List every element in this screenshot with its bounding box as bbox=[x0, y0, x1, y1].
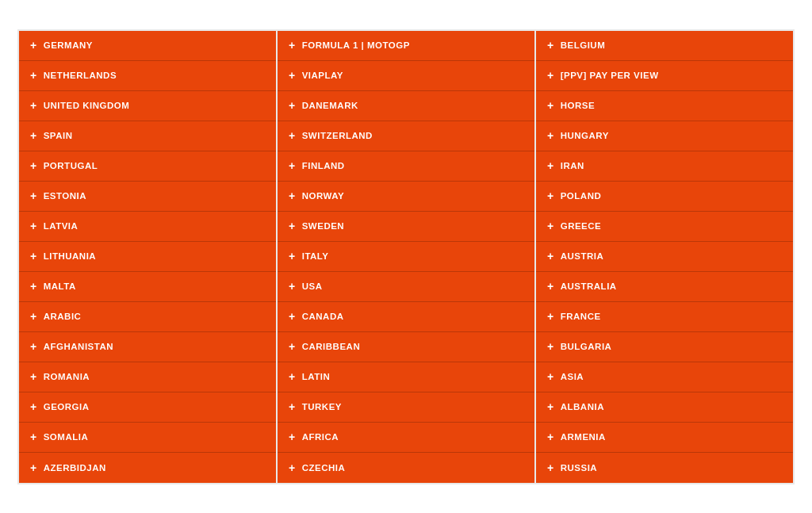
plus-icon: + bbox=[547, 340, 554, 353]
plus-icon: + bbox=[30, 340, 37, 353]
plus-icon: + bbox=[289, 400, 296, 413]
item-label: SWEDEN bbox=[302, 221, 344, 231]
list-item[interactable]: +[PPV] PAY PER VIEW bbox=[536, 61, 793, 91]
plus-icon: + bbox=[289, 250, 296, 262]
list-item[interactable]: +SWEDEN bbox=[278, 212, 534, 242]
list-item[interactable]: +ASIA bbox=[536, 362, 793, 392]
item-label: MALTA bbox=[44, 281, 76, 291]
item-label: CARIBBEAN bbox=[302, 342, 361, 351]
list-item[interactable]: +AUSTRALIA bbox=[536, 272, 793, 302]
plus-icon: + bbox=[30, 310, 37, 323]
list-item[interactable]: +GEORGIA bbox=[19, 392, 276, 423]
list-item[interactable]: +LATIN bbox=[278, 362, 534, 392]
item-label: LITHUANIA bbox=[44, 251, 96, 261]
list-item[interactable]: +USA bbox=[278, 272, 534, 302]
list-item[interactable]: +POLAND bbox=[536, 182, 793, 212]
item-label: NORWAY bbox=[302, 191, 345, 201]
item-label: [PPV] PAY PER VIEW bbox=[561, 71, 659, 80]
list-item[interactable]: +CZECHIA bbox=[278, 453, 534, 483]
list-item[interactable]: +SWITZERLAND bbox=[278, 121, 534, 151]
plus-icon: + bbox=[547, 400, 554, 413]
list-item[interactable]: +ESTONIA bbox=[19, 182, 276, 212]
list-item[interactable]: +AFRICA bbox=[278, 423, 534, 453]
list-item[interactable]: +SPAIN bbox=[19, 121, 276, 151]
item-label: AUSTRALIA bbox=[561, 281, 617, 291]
item-label: USA bbox=[302, 281, 323, 291]
item-label: ARABIC bbox=[44, 312, 82, 321]
list-item[interactable]: +ROMANIA bbox=[19, 362, 276, 392]
list-item[interactable]: +AFGHANISTAN bbox=[19, 332, 276, 362]
plus-icon: + bbox=[547, 370, 554, 383]
list-item[interactable]: +ITALY bbox=[278, 242, 534, 272]
plus-icon: + bbox=[289, 69, 296, 82]
list-item[interactable]: +PORTUGAL bbox=[19, 151, 276, 182]
list-item[interactable]: +RUSSIA bbox=[536, 453, 793, 483]
plus-icon: + bbox=[547, 129, 554, 142]
list-item[interactable]: +BULGARIA bbox=[536, 332, 793, 362]
plus-icon: + bbox=[30, 431, 37, 443]
list-item[interactable]: +HORSE bbox=[536, 91, 793, 121]
item-label: DANEMARK bbox=[302, 101, 358, 110]
item-label: GREECE bbox=[561, 221, 602, 231]
plus-icon: + bbox=[30, 370, 37, 383]
list-item[interactable]: +CANADA bbox=[278, 302, 534, 332]
list-item[interactable]: +AUSTRIA bbox=[536, 242, 793, 272]
list-item[interactable]: +HUNGARY bbox=[536, 121, 793, 151]
plus-icon: + bbox=[30, 69, 37, 82]
plus-icon: + bbox=[547, 461, 554, 474]
list-item[interactable]: +LATVIA bbox=[19, 212, 276, 242]
item-label: AUSTRIA bbox=[561, 251, 604, 261]
list-item[interactable]: +NETHERLANDS bbox=[19, 61, 276, 91]
plus-icon: + bbox=[289, 370, 296, 383]
plus-icon: + bbox=[289, 340, 296, 353]
item-label: GERMANY bbox=[44, 40, 93, 50]
list-item[interactable]: +VIAPLAY bbox=[278, 61, 534, 91]
column-1: +GERMANY+NETHERLANDS+UNITED KINGDOM+SPAI… bbox=[19, 31, 278, 483]
list-item[interactable]: +BELGIUM bbox=[536, 31, 793, 61]
list-item[interactable]: +MALTA bbox=[19, 272, 276, 302]
plus-icon: + bbox=[547, 250, 554, 262]
main-container: +GERMANY+NETHERLANDS+UNITED KINGDOM+SPAI… bbox=[17, 29, 795, 484]
list-item[interactable]: +ARMENIA bbox=[536, 423, 793, 453]
list-item[interactable]: +FRANCE bbox=[536, 302, 793, 332]
list-item[interactable]: +UNITED KINGDOM bbox=[19, 91, 276, 121]
list-item[interactable]: +ARABIC bbox=[19, 302, 276, 332]
list-item[interactable]: +NORWAY bbox=[278, 182, 534, 212]
list-item[interactable]: +AZERBIDJAN bbox=[19, 453, 276, 483]
item-label: CZECHIA bbox=[302, 463, 346, 473]
item-label: IRAN bbox=[561, 161, 584, 170]
item-label: GEORGIA bbox=[44, 402, 90, 412]
plus-icon: + bbox=[547, 159, 554, 172]
list-item[interactable]: +SOMALIA bbox=[19, 423, 276, 453]
list-item[interactable]: +GERMANY bbox=[19, 31, 276, 61]
list-item[interactable]: +TURKEY bbox=[278, 392, 534, 423]
item-label: FINLAND bbox=[302, 161, 345, 170]
plus-icon: + bbox=[30, 99, 37, 112]
item-label: CANADA bbox=[302, 312, 344, 321]
list-item[interactable]: +ALBANIA bbox=[536, 392, 793, 423]
list-item[interactable]: +CARIBBEAN bbox=[278, 332, 534, 362]
item-label: ROMANIA bbox=[44, 372, 90, 381]
item-label: LATVIA bbox=[44, 221, 79, 231]
list-item[interactable]: +FORMULA 1 | MOTOGP bbox=[278, 31, 534, 61]
item-label: TURKEY bbox=[302, 402, 342, 412]
list-item[interactable]: +LITHUANIA bbox=[19, 242, 276, 272]
plus-icon: + bbox=[289, 220, 296, 232]
item-label: BELGIUM bbox=[561, 40, 606, 50]
item-label: POLAND bbox=[561, 191, 602, 201]
list-item[interactable]: +DANEMARK bbox=[278, 91, 534, 121]
plus-icon: + bbox=[289, 190, 296, 202]
plus-icon: + bbox=[289, 310, 296, 323]
item-label: AFGHANISTAN bbox=[44, 342, 113, 351]
list-item[interactable]: +GREECE bbox=[536, 212, 793, 242]
plus-icon: + bbox=[547, 220, 554, 232]
plus-icon: + bbox=[30, 400, 37, 413]
plus-icon: + bbox=[289, 99, 296, 112]
plus-icon: + bbox=[30, 280, 37, 293]
list-item[interactable]: +IRAN bbox=[536, 151, 793, 182]
item-label: AZERBIDJAN bbox=[44, 463, 106, 473]
item-label: FRANCE bbox=[561, 312, 601, 321]
column-3: +BELGIUM+[PPV] PAY PER VIEW+HORSE+HUNGAR… bbox=[536, 31, 793, 483]
list-item[interactable]: +FINLAND bbox=[278, 151, 534, 182]
item-label: FORMULA 1 | MOTOGP bbox=[302, 40, 410, 50]
